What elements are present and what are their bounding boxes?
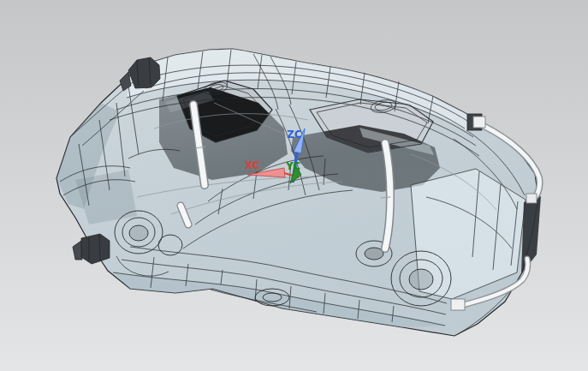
wcs-x-label: XC	[245, 159, 260, 171]
graphics-canvas[interactable]: XC ZC YC	[0, 0, 588, 371]
graphics-viewport[interactable]: XC ZC YC	[0, 0, 588, 371]
wcs-z-label: ZC	[287, 129, 302, 141]
wcs-y-label: YC	[285, 160, 300, 172]
